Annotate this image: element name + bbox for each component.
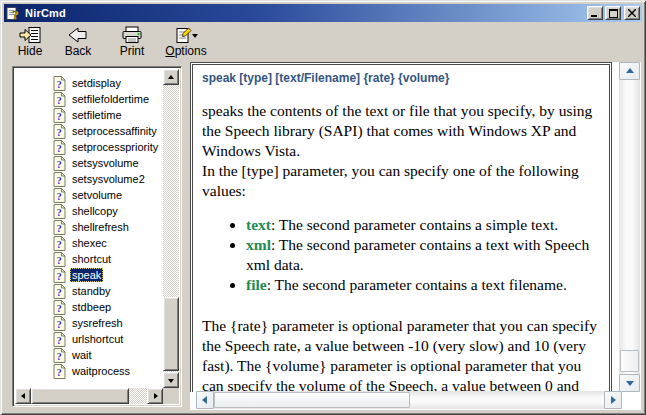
tree-item-label: setsysvolume (70, 156, 141, 170)
hide-pane-icon (19, 26, 41, 44)
content-vertical-scrollbar[interactable] (619, 62, 640, 392)
tree-item-label: urlshortcut (70, 332, 125, 346)
printer-icon (121, 26, 143, 44)
help-topic-icon: ? (53, 364, 66, 379)
tree-item-setdisplay[interactable]: ? setdisplay (15, 75, 163, 91)
help-topic-icon: ? (53, 140, 66, 155)
list-item: text: The second parameter contains a si… (246, 215, 599, 235)
svg-text:?: ? (56, 238, 61, 249)
maximize-icon (609, 9, 618, 18)
tree-item-shortcut[interactable]: ? shortcut (15, 251, 163, 267)
tree-item-setprocesspriority[interactable]: ? setprocesspriority (15, 139, 163, 155)
list-item: file: The second parameter contains a te… (246, 275, 599, 295)
tree-item-label: wait (70, 348, 94, 362)
help-topic-icon: ? (53, 268, 66, 283)
tree-vscroll-thumb[interactable] (163, 297, 179, 371)
help-topic-icon: ? (53, 236, 66, 251)
svg-text:?: ? (56, 366, 61, 377)
tree-item-label: sysrefresh (70, 316, 125, 330)
svg-text:?: ? (56, 190, 61, 201)
tree-hscroll-thumb[interactable] (31, 388, 129, 404)
tree-item-label: standby (70, 284, 113, 298)
tree-vertical-scrollbar (163, 69, 179, 388)
keyword-xml: xml (246, 236, 271, 253)
tree-item-setprocessaffinity[interactable]: ? setprocessaffinity (15, 123, 163, 139)
tree-item-setsysvolume2[interactable]: ? setsysvolume2 (15, 171, 163, 187)
options-button[interactable]: Options (162, 24, 210, 59)
left-arrow-icon (198, 396, 207, 404)
tree-item-label: setfiletime (70, 108, 124, 122)
down-arrow-icon (626, 381, 634, 390)
tree-scrollbar-corner (163, 388, 179, 404)
tree-item-waitprocess[interactable]: ? waitprocess (15, 363, 163, 379)
down-arrow-icon (168, 379, 174, 386)
tree-item-label: setvolume (70, 188, 124, 202)
tree-item-setsysvolume[interactable]: ? setsysvolume (15, 155, 163, 171)
content-hscroll-thumb[interactable] (214, 392, 410, 408)
close-button[interactable] (624, 6, 640, 20)
hide-button[interactable]: Hide (6, 24, 54, 59)
tree-item-wait[interactable]: ? wait (15, 347, 163, 363)
tree-scroll-left-button[interactable] (15, 388, 31, 404)
topic-body: speak [type] [text/Filename] {rate} {vol… (192, 64, 610, 392)
content-vscroll-thumb[interactable] (620, 350, 639, 372)
tree-item-speak[interactable]: ? speak (15, 267, 163, 283)
close-icon (628, 9, 636, 17)
tree-item-urlshortcut[interactable]: ? urlshortcut (15, 331, 163, 347)
help-topic-icon: ? (53, 316, 66, 331)
back-button[interactable]: Back (54, 24, 102, 59)
toolbar: Hide Back Print (6, 24, 640, 60)
list-item-text: : The second parameter contains a text f… (267, 276, 567, 293)
help-topic-icon: ? (53, 108, 66, 123)
tree-item-label: setdisplay (70, 76, 123, 90)
help-topic-icon: ? (53, 76, 66, 91)
topic-frame: speak [type] [text/Filename] {rate} {vol… (190, 62, 612, 392)
tree-item-sysrefresh[interactable]: ? sysrefresh (15, 315, 163, 331)
tree-scroll-down-button[interactable] (163, 372, 179, 388)
help-topic-icon: ? (53, 252, 66, 267)
left-arrow-icon (18, 393, 25, 399)
print-button[interactable]: Print (108, 24, 156, 59)
svg-text:?: ? (56, 206, 61, 217)
tree-item-stdbeep[interactable]: ? stdbeep (15, 299, 163, 315)
svg-text:?: ? (56, 334, 61, 345)
svg-text:?: ? (56, 318, 61, 329)
help-topic-icon: ? (53, 172, 66, 187)
tree-item-label: setsysvolume2 (70, 172, 147, 186)
tree-scroll-up-button[interactable] (163, 69, 179, 85)
tree-item-setfiletime[interactable]: ? setfiletime (15, 107, 163, 123)
svg-text:?: ? (56, 158, 61, 169)
tree-item-setvolume[interactable]: ? setvolume (15, 187, 163, 203)
tree-item-standby[interactable]: ? standby (15, 283, 163, 299)
list-item-text: : The second parameter contains a text w… (246, 236, 589, 273)
svg-text:?: ? (56, 270, 61, 281)
tree-item-shexec[interactable]: ? shexec (15, 235, 163, 251)
svg-text:?: ? (56, 174, 61, 185)
type-values-list: text: The second parameter contains a si… (202, 215, 599, 295)
tree-item-setfilefoldertime[interactable]: ? setfilefoldertime (15, 91, 163, 107)
tree-item-label: setfilefoldertime (70, 92, 151, 106)
help-viewer-window: ? NirCmd (0, 0, 646, 415)
topic-heading: speak [type] [text/Filename] {rate} {vol… (202, 71, 599, 85)
back-button-label: Back (65, 44, 92, 58)
help-topic-icon: ? (53, 204, 66, 219)
content-scroll-left-button[interactable] (196, 391, 214, 409)
tree-item-shellrefresh[interactable]: ? shellrefresh (15, 219, 163, 235)
content-scroll-down-button[interactable] (619, 374, 640, 392)
svg-text:?: ? (56, 222, 61, 233)
svg-text:?: ? (56, 94, 61, 105)
svg-text:?: ? (56, 350, 61, 361)
tree-item-shellcopy[interactable]: ? shellcopy (15, 203, 163, 219)
maximize-button[interactable] (605, 6, 621, 20)
keyword-text: text (246, 216, 271, 233)
topic-paragraph-2: In the [type] parameter, you can specify… (202, 161, 599, 201)
content-scroll-right-button[interactable] (604, 391, 622, 409)
tree-scroll-right-button[interactable] (147, 388, 163, 404)
topic-tree-pane: ? setdisplay ? setfilefoldertime ? setfi… (12, 66, 182, 407)
tree-item-label: shellcopy (70, 204, 120, 218)
content-scroll-up-button[interactable] (619, 62, 640, 80)
titlebar[interactable]: ? NirCmd (4, 4, 642, 22)
minimize-button[interactable] (587, 6, 603, 20)
list-item-text: : The second parameter contains a simple… (271, 216, 558, 233)
content-horizontal-scrollbar[interactable] (196, 391, 622, 409)
